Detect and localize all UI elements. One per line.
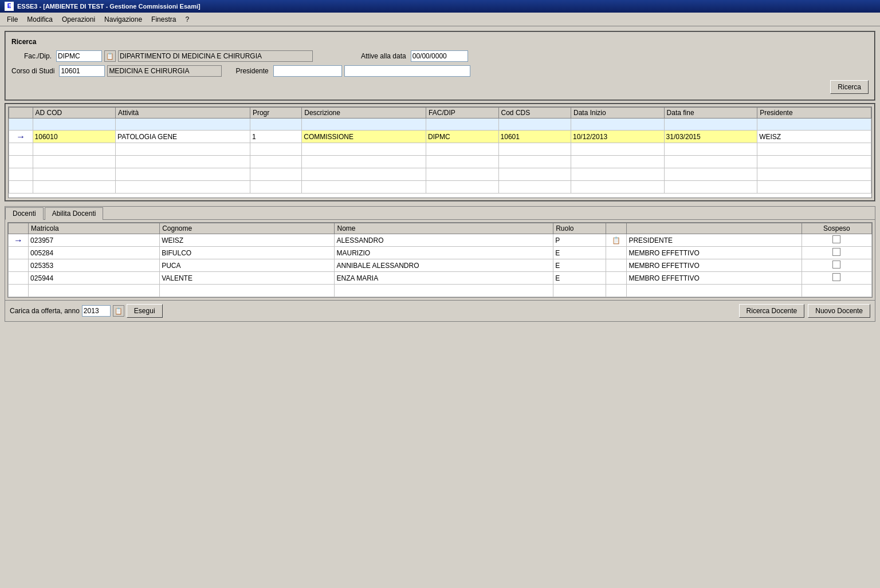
- menu-file[interactable]: File: [2, 14, 22, 25]
- docente-arrow-empty: [9, 247, 29, 259]
- fac-dip-lookup-icon[interactable]: 📋: [104, 50, 116, 62]
- cell-descrizione: COMMISSIONE: [302, 131, 426, 143]
- cell-fac-dip: DIPMC: [426, 131, 498, 143]
- app-icon: E: [5, 2, 14, 11]
- cell-cognome: WEISZ: [160, 234, 335, 247]
- filter-fac-dip[interactable]: [428, 119, 496, 129]
- menu-navigazione[interactable]: Navigazione: [100, 14, 147, 25]
- menu-finestra[interactable]: Finestra: [147, 14, 180, 25]
- corso-input[interactable]: [59, 65, 105, 77]
- commission-row[interactable]: → 106010 PATOLOGIA GENE 1 COMMISSIONE DI…: [9, 131, 871, 143]
- cell-ruolo-desc: PRESIDENTE: [627, 234, 802, 247]
- commissions-filter-row: [9, 119, 871, 131]
- commission-row-empty: [9, 156, 871, 168]
- docente-row[interactable]: 025353 PUCA ANNIBALE ALESSANDRO E MEMBRO…: [9, 259, 872, 272]
- col-data-fine: Data fine: [664, 108, 757, 119]
- docenti-grid: Matricola Cognome Nome Ruolo Sospeso → 0…: [7, 222, 873, 298]
- title-bar: E ESSE3 - [AMBIENTE DI TEST - Gestione C…: [0, 0, 880, 13]
- docente-arrow-empty: [9, 259, 29, 272]
- main-content: Ricerca Fac./Dip. 📋 Attive alla data Cor…: [0, 26, 880, 326]
- cell-ruolo-code: E: [553, 272, 606, 285]
- cell-presidente: WEISZ: [757, 131, 871, 143]
- filter-ad-cod[interactable]: [35, 119, 114, 129]
- search-panel: Ricerca Fac./Dip. 📋 Attive alla data Cor…: [5, 31, 875, 101]
- docente-row[interactable]: 025944 VALENTE ENZA MARIA E MEMBRO EFFET…: [9, 272, 872, 285]
- cell-cognome: BIFULCO: [160, 247, 335, 259]
- cell-matricola: 025353: [29, 259, 160, 272]
- col-cognome: Cognome: [160, 223, 335, 234]
- cell-data-inizio: 10/12/2013: [571, 131, 665, 143]
- carica-label: Carica da offerta, anno: [10, 307, 80, 315]
- commission-row-empty: [9, 143, 871, 156]
- commissions-header-row: AD COD Attività Progr Descrizione FAC/DI…: [9, 108, 871, 119]
- ricerca-button[interactable]: Ricerca: [830, 80, 869, 94]
- col-presidente: Presidente: [757, 108, 871, 119]
- col-attivita: Attività: [116, 108, 250, 119]
- col-data-inizio: Data Inizio: [571, 108, 665, 119]
- fac-dip-input[interactable]: [56, 50, 102, 62]
- col-descrizione: Descrizione: [302, 108, 426, 119]
- commission-row-empty: [9, 181, 871, 194]
- filter-cod-cds[interactable]: [501, 119, 569, 129]
- fac-dip-desc-input: [118, 50, 313, 62]
- cell-ruolo-desc: MEMBRO EFFETTIVO: [627, 247, 802, 259]
- tab-bar: Docenti Abilita Docenti: [5, 207, 875, 220]
- filter-descrizione[interactable]: [304, 119, 424, 129]
- commissions-panel: AD COD Attività Progr Descrizione FAC/DI…: [5, 103, 875, 202]
- cell-cognome: PUCA: [160, 259, 335, 272]
- cell-ruolo-code: E: [553, 259, 606, 272]
- col-sospeso: Sospeso: [802, 223, 871, 234]
- bottom-panel: Docenti Abilita Docenti Matricola Cognom…: [5, 206, 875, 322]
- anno-input[interactable]: [82, 305, 111, 317]
- filter-progr[interactable]: [252, 119, 300, 129]
- anno-lookup-icon[interactable]: 📋: [113, 305, 124, 317]
- cell-ad-cod: 106010: [33, 131, 116, 143]
- cell-cognome: VALENTE: [160, 272, 335, 285]
- filter-data-inizio[interactable]: [573, 119, 662, 129]
- tab-docenti[interactable]: Docenti: [5, 207, 44, 220]
- cell-ruolo-desc: MEMBRO EFFETTIVO: [627, 259, 802, 272]
- commissions-table: AD COD Attività Progr Descrizione FAC/DI…: [9, 107, 871, 194]
- ruolo-lookup-icon[interactable]: 📋: [606, 234, 627, 247]
- col-nome: Nome: [335, 223, 553, 234]
- docenti-header-row: Matricola Cognome Nome Ruolo Sospeso: [9, 223, 872, 234]
- col-cod-cds: Cod CDS: [498, 108, 571, 119]
- filter-attivita[interactable]: [117, 119, 248, 129]
- col-ruolo-desc: [627, 223, 802, 234]
- cell-matricola: 023957: [29, 234, 160, 247]
- menu-help[interactable]: ?: [180, 14, 194, 25]
- attive-input[interactable]: [411, 50, 468, 62]
- cell-nome: MAURIZIO: [335, 247, 553, 259]
- corso-row: Corso di Studi Presidente: [11, 65, 869, 77]
- tab-content-docenti: Matricola Cognome Nome Ruolo Sospeso → 0…: [5, 220, 875, 300]
- tab-abilita-docenti[interactable]: Abilita Docenti: [45, 207, 104, 220]
- filter-data-fine[interactable]: [666, 119, 756, 129]
- cell-ruolo-code: P: [553, 234, 606, 247]
- presidente-input2[interactable]: [344, 65, 470, 77]
- esegui-button[interactable]: Esegui: [127, 304, 163, 318]
- cell-matricola: 025944: [29, 272, 160, 285]
- presidente-input1[interactable]: [273, 65, 342, 77]
- col-matricola: Matricola: [29, 223, 160, 234]
- cell-nome: ANNIBALE ALESSANDRO: [335, 259, 553, 272]
- cell-sospeso: [802, 247, 871, 259]
- cell-progr: 1: [250, 131, 301, 143]
- menu-operazioni[interactable]: Operazioni: [57, 14, 100, 25]
- cell-nome: ALESSANDRO: [335, 234, 553, 247]
- fac-dip-row: Fac./Dip. 📋 Attive alla data: [11, 50, 869, 62]
- docente-row[interactable]: → 023957 WEISZ ALESSANDRO P 📋 PRESIDENTE: [9, 234, 872, 247]
- window-title: ESSE3 - [AMBIENTE DI TEST - Gestione Com…: [17, 3, 201, 10]
- menu-modifica[interactable]: Modifica: [22, 14, 57, 25]
- docenti-table: Matricola Cognome Nome Ruolo Sospeso → 0…: [8, 223, 872, 297]
- ricerca-docente-button[interactable]: Ricerca Docente: [739, 304, 805, 318]
- nuovo-docente-button[interactable]: Nuovo Docente: [808, 304, 870, 318]
- commission-row-empty: [9, 168, 871, 181]
- corso-desc-input: [107, 65, 222, 77]
- docente-row[interactable]: 005284 BIFULCO MAURIZIO E MEMBRO EFFETTI…: [9, 247, 872, 259]
- docente-row-empty: [9, 285, 872, 297]
- filter-presidente[interactable]: [759, 119, 869, 129]
- menu-bar: File Modifica Operazioni Navigazione Fin…: [0, 13, 880, 26]
- cell-ruolo-code: E: [553, 247, 606, 259]
- col-progr: Progr: [250, 108, 301, 119]
- footer-left: Carica da offerta, anno 📋 Esegui: [10, 304, 163, 318]
